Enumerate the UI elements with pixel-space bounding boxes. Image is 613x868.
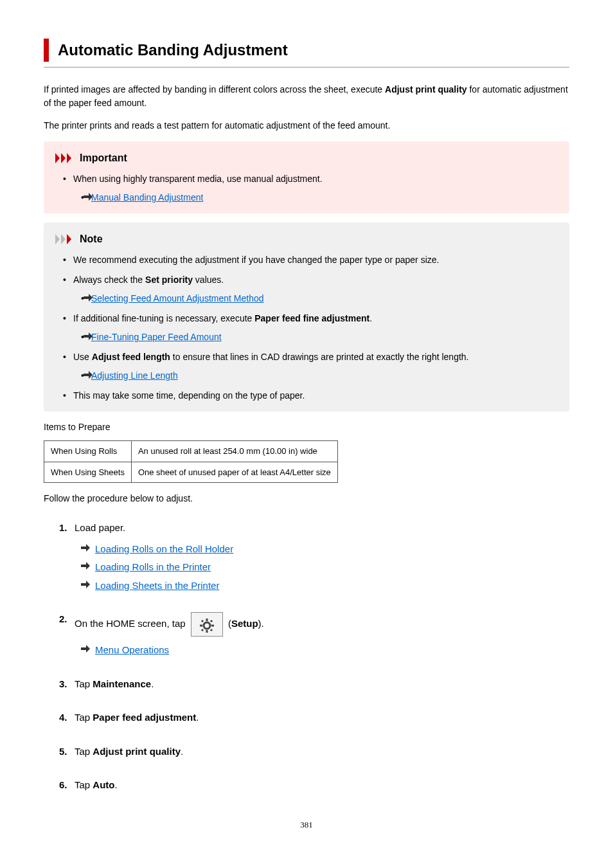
table-cell: When Using Rolls <box>44 441 132 462</box>
selecting-feed-link[interactable]: Selecting Feed Amount Adjustment Method <box>91 293 264 303</box>
loading-rolls-printer-link[interactable]: Loading Rolls in the Printer <box>95 561 211 572</box>
step-3: Tap Maintenance. <box>59 677 569 692</box>
note-item-1: We recommend executing the adjustment if… <box>66 253 558 267</box>
arrow-icon <box>81 562 90 570</box>
items-to-prepare-label: Items to Prepare <box>44 420 569 434</box>
important-link-row: Manual Banding Adjustment <box>84 191 558 204</box>
note4b: Adjust feed length <box>92 352 170 362</box>
arrow-icon <box>84 371 93 379</box>
s6a: Tap <box>75 779 93 790</box>
s3c: . <box>151 678 154 689</box>
table-row: When Using Rolls An unused roll at least… <box>44 441 338 462</box>
note2a: Always check the <box>73 275 145 285</box>
step1-link1-row: Loading Rolls on the Roll Holder <box>81 542 569 557</box>
s6b: Auto <box>93 779 114 790</box>
note-link-2-row: Selecting Feed Amount Adjustment Method <box>84 292 558 305</box>
step-5: Tap Adjust print quality. <box>59 745 569 759</box>
arrow-icon <box>84 332 93 340</box>
step-2-bold: Setup <box>231 618 258 629</box>
adjusting-line-link[interactable]: Adjusting Line Length <box>91 370 178 381</box>
note-link-3-row: Fine-Tuning Paper Feed Amount <box>84 330 558 344</box>
note-link-4-row: Adjusting Line Length <box>84 369 558 383</box>
table-cell: One sheet of unused paper of at least A4… <box>131 462 337 483</box>
note4a: Use <box>73 352 92 362</box>
note2b: Set priority <box>145 275 193 285</box>
arrow-icon <box>81 581 90 588</box>
intro1-bold: Adjust print quality <box>385 84 467 95</box>
arrow-icon <box>84 193 93 201</box>
note-label: Note <box>80 231 103 247</box>
step-2: On the HOME screen, tap (Setup). Menu Op… <box>59 612 569 658</box>
intro-paragraph-2: The printer prints and reads a test patt… <box>44 119 569 132</box>
page-title: Automatic Banding Adjustment <box>58 39 569 62</box>
important-callout: Important When using highly transparent … <box>44 141 569 213</box>
manual-banding-link[interactable]: Manual Banding Adjustment <box>91 192 203 203</box>
table-row: When Using Sheets One sheet of unused pa… <box>44 462 338 483</box>
follow-procedure: Follow the procedure below to adjust. <box>44 492 569 505</box>
intro-paragraph-1: If printed images are affected by bandin… <box>44 83 569 110</box>
step1-link3-row: Loading Sheets in the Printer <box>81 579 569 593</box>
arrow-icon <box>84 294 93 302</box>
note3c: . <box>369 313 372 323</box>
step-1: Load paper. Loading Rolls on the Roll Ho… <box>59 521 569 593</box>
fine-tuning-link[interactable]: Fine-Tuning Paper Feed Amount <box>91 332 222 342</box>
note3a: If additional fine-tuning is necessary, … <box>73 313 254 323</box>
s4c: . <box>196 712 199 723</box>
note-item-3: If additional fine-tuning is necessary, … <box>66 312 558 344</box>
arrow-icon <box>81 645 90 653</box>
note-icon <box>55 234 75 244</box>
step-2-text-c: ). <box>258 618 264 629</box>
important-label: Important <box>80 150 127 166</box>
intro1-text-a: If printed images are affected by bandin… <box>44 84 385 95</box>
prepare-table: When Using Rolls An unused roll at least… <box>44 440 338 483</box>
step-4: Tap Paper feed adjustment. <box>59 710 569 725</box>
s4b: Paper feed adjustment <box>93 712 196 723</box>
note-callout: Note We recommend executing the adjustme… <box>44 222 569 411</box>
note-item-2: Always check the Set priority values. Se… <box>66 273 558 305</box>
page-number: 381 <box>44 818 569 831</box>
s4a: Tap <box>75 712 93 723</box>
table-cell: When Using Sheets <box>44 462 132 483</box>
loading-rolls-holder-link[interactable]: Loading Rolls on the Roll Holder <box>95 543 233 554</box>
s6c: . <box>115 779 118 790</box>
important-icon <box>55 153 75 163</box>
step-1-text: Load paper. <box>75 522 125 533</box>
important-item-1: When using highly transparent media, use… <box>66 172 558 204</box>
setup-icon-button[interactable] <box>191 612 223 637</box>
menu-operations-link[interactable]: Menu Operations <box>95 644 169 655</box>
s3a: Tap <box>75 678 93 689</box>
important-item-1-text: When using highly transparent media, use… <box>73 174 323 184</box>
step-6: Tap Auto. <box>59 778 569 793</box>
note2c: values. <box>193 275 224 285</box>
note4c: to ensure that lines in CAD drawings are… <box>170 352 469 362</box>
s3b: Maintenance <box>93 678 151 689</box>
step1-link2-row: Loading Rolls in the Printer <box>81 560 569 575</box>
note-item-4: Use Adjust feed length to ensure that li… <box>66 350 558 383</box>
step-2-text-a: On the HOME screen, tap <box>75 618 188 629</box>
note3b: Paper feed fine adjustment <box>254 313 369 323</box>
s5c: . <box>181 746 183 757</box>
arrow-icon <box>81 544 90 552</box>
step2-link-row: Menu Operations <box>81 643 569 658</box>
loading-sheets-printer-link[interactable]: Loading Sheets in the Printer <box>95 580 219 591</box>
s5a: Tap <box>75 746 93 757</box>
note-item-5: This may take some time, depending on th… <box>66 389 558 402</box>
table-cell: An unused roll at least 254.0 mm (10.00 … <box>131 441 337 462</box>
s5b: Adjust print quality <box>93 746 181 757</box>
gear-icon <box>200 619 214 633</box>
